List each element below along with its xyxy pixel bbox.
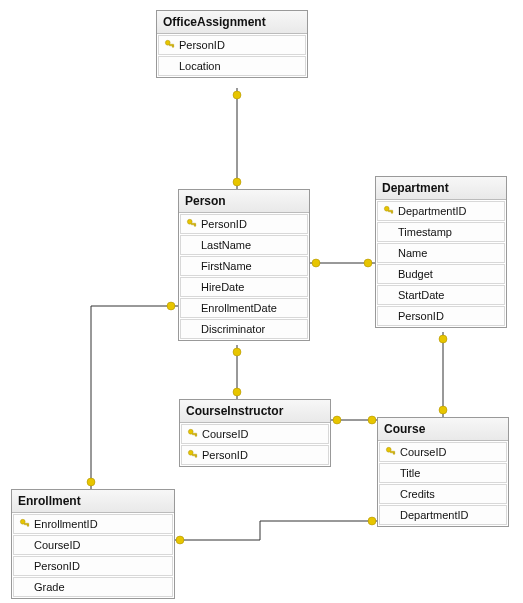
column-row[interactable]: Location — [158, 56, 306, 76]
column-row[interactable]: PersonID — [181, 445, 329, 465]
column-name: EnrollmentID — [34, 517, 168, 531]
svg-rect-39 — [27, 525, 29, 527]
svg-rect-33 — [195, 456, 197, 458]
svg-rect-26 — [388, 210, 393, 212]
column-row[interactable]: StartDate — [377, 285, 505, 305]
column-list: PersonIDLastNameFirstNameHireDateEnrollm… — [179, 214, 309, 339]
svg-point-15 — [439, 335, 447, 343]
primary-key-icon — [382, 205, 396, 217]
column-name: LastName — [201, 238, 303, 252]
svg-point-11 — [167, 302, 175, 310]
column-list: EnrollmentIDCourseIDPersonIDGrade — [12, 514, 174, 597]
primary-key-icon — [18, 518, 32, 530]
column-row[interactable]: CourseID — [379, 442, 507, 462]
column-row[interactable]: Title — [379, 463, 507, 483]
column-name: FirstName — [201, 259, 303, 273]
svg-point-8 — [364, 259, 372, 267]
table-title: Enrollment — [12, 490, 174, 513]
table-enrollment[interactable]: Enrollment EnrollmentIDCourseIDPersonIDG… — [11, 489, 175, 599]
column-name: CourseID — [202, 427, 324, 441]
table-person[interactable]: Person PersonIDLastNameFirstNameHireDate… — [178, 189, 310, 341]
column-name: PersonID — [202, 448, 324, 462]
column-row[interactable]: CourseID — [13, 535, 173, 555]
column-list: PersonIDLocation — [157, 35, 307, 76]
table-title: CourseInstructor — [180, 400, 330, 423]
column-name: Grade — [34, 580, 168, 594]
column-name: Credits — [400, 487, 502, 501]
svg-point-7 — [312, 259, 320, 267]
table-department[interactable]: Department DepartmentIDTimestampNameBudg… — [375, 176, 507, 328]
column-name: Location — [179, 59, 301, 73]
svg-point-16 — [439, 406, 447, 414]
table-title: Department — [376, 177, 506, 200]
column-list: CourseIDTitleCreditsDepartmentID — [378, 442, 508, 525]
column-name: HireDate — [201, 280, 303, 294]
column-row[interactable]: PersonID — [180, 214, 308, 234]
svg-rect-32 — [192, 454, 197, 456]
column-name: DepartmentID — [398, 204, 500, 218]
column-row[interactable]: Credits — [379, 484, 507, 504]
svg-point-18 — [176, 536, 184, 544]
table-title: Course — [378, 418, 508, 441]
column-row[interactable]: LastName — [180, 235, 308, 255]
svg-point-10 — [233, 388, 241, 396]
column-name: PersonID — [398, 309, 500, 323]
table-officeassignment[interactable]: OfficeAssignment PersonIDLocation — [156, 10, 308, 78]
primary-key-icon — [186, 428, 200, 440]
table-title: OfficeAssignment — [157, 11, 307, 34]
primary-key-icon — [186, 449, 200, 461]
column-name: PersonID — [34, 559, 168, 573]
column-row[interactable]: FirstName — [180, 256, 308, 276]
column-name: PersonID — [201, 217, 303, 231]
column-name: DepartmentID — [400, 508, 502, 522]
column-row[interactable]: Timestamp — [377, 222, 505, 242]
column-list: DepartmentIDTimestampNameBudgetStartDate… — [376, 201, 506, 326]
column-row[interactable]: PersonID — [158, 35, 306, 55]
svg-point-14 — [368, 416, 376, 424]
table-title: Person — [179, 190, 309, 213]
column-name: Budget — [398, 267, 500, 281]
column-name: StartDate — [398, 288, 500, 302]
svg-rect-27 — [391, 212, 393, 214]
column-row[interactable]: CourseID — [181, 424, 329, 444]
column-row[interactable]: Budget — [377, 264, 505, 284]
svg-rect-30 — [195, 435, 197, 437]
column-name: Name — [398, 246, 500, 260]
primary-key-icon — [163, 39, 177, 51]
table-courseinstructor[interactable]: CourseInstructor CourseIDPersonID — [179, 399, 331, 467]
column-row[interactable]: EnrollmentDate — [180, 298, 308, 318]
svg-rect-21 — [172, 46, 174, 48]
column-name: PersonID — [179, 38, 301, 52]
svg-point-5 — [233, 91, 241, 99]
column-row[interactable]: DepartmentID — [377, 201, 505, 221]
svg-point-12 — [87, 478, 95, 486]
column-row[interactable]: EnrollmentID — [13, 514, 173, 534]
svg-rect-24 — [194, 225, 196, 227]
svg-point-13 — [333, 416, 341, 424]
column-row[interactable]: HireDate — [180, 277, 308, 297]
svg-point-9 — [233, 348, 241, 356]
primary-key-icon — [384, 446, 398, 458]
column-row[interactable]: PersonID — [13, 556, 173, 576]
column-list: CourseIDPersonID — [180, 424, 330, 465]
column-row[interactable]: PersonID — [377, 306, 505, 326]
primary-key-icon — [185, 218, 199, 230]
table-course[interactable]: Course CourseIDTitleCreditsDepartmentID — [377, 417, 509, 527]
column-name: Timestamp — [398, 225, 500, 239]
column-name: EnrollmentDate — [201, 301, 303, 315]
column-name: CourseID — [400, 445, 502, 459]
svg-rect-23 — [191, 223, 196, 225]
column-name: CourseID — [34, 538, 168, 552]
column-row[interactable]: Discriminator — [180, 319, 308, 339]
svg-point-6 — [233, 178, 241, 186]
svg-rect-29 — [192, 433, 197, 435]
svg-point-17 — [368, 517, 376, 525]
column-row[interactable]: Name — [377, 243, 505, 263]
column-name: Title — [400, 466, 502, 480]
column-row[interactable]: Grade — [13, 577, 173, 597]
column-name: Discriminator — [201, 322, 303, 336]
svg-rect-35 — [390, 451, 395, 453]
svg-rect-36 — [393, 453, 395, 455]
column-row[interactable]: DepartmentID — [379, 505, 507, 525]
